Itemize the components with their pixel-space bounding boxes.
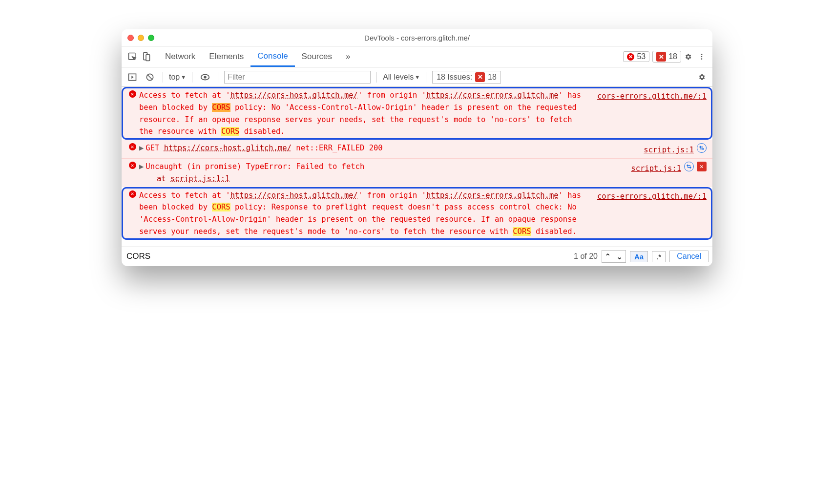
console-toolbar: top ▼ Filter All levels ▼ 18 Issues: ✕ 1… xyxy=(122,67,712,87)
sidebar-toggle-icon[interactable] xyxy=(125,70,139,84)
source-link[interactable]: cors-errors.glitch.me/:1 xyxy=(593,89,707,138)
url-link[interactable]: https://cors-host.glitch.me/ xyxy=(164,144,292,152)
expand-icon[interactable]: ▶ xyxy=(139,144,144,152)
url-link[interactable]: https://cors-errors.glitch.me xyxy=(426,191,559,200)
levels-selector[interactable]: All levels ▼ xyxy=(383,73,420,82)
clear-console-icon[interactable] xyxy=(143,70,157,84)
console-error[interactable]: ✕ Access to fetch at 'https://cors-host.… xyxy=(122,187,712,240)
console-error[interactable]: ✕ ▶GET https://cors-host.glitch.me/ net:… xyxy=(122,140,712,158)
error-icon: ✕ xyxy=(129,162,136,169)
console-error[interactable]: ✕ Access to fetch at 'https://cors-host.… xyxy=(122,87,712,140)
search-prev[interactable]: ⌃ xyxy=(602,251,614,262)
replay-icon[interactable] xyxy=(684,162,694,171)
svg-rect-2 xyxy=(146,55,150,61)
tab-network[interactable]: Network xyxy=(158,46,202,67)
cancel-button[interactable]: Cancel xyxy=(669,251,709,262)
issue-count-badge[interactable]: ✕ 18 xyxy=(652,51,681,63)
source-link[interactable]: cors-errors.glitch.me/:1 xyxy=(593,189,707,238)
search-input[interactable] xyxy=(125,250,570,263)
search-nav: ⌃ ⌄ xyxy=(602,250,626,263)
replay-icon[interactable] xyxy=(697,143,707,153)
tab-console[interactable]: Console xyxy=(250,46,294,67)
source-link[interactable]: script.js:1 xyxy=(627,162,681,175)
error-icon: ✕ xyxy=(129,143,136,150)
search-match: CORS xyxy=(212,203,230,211)
search-count: 1 of 20 xyxy=(574,252,598,261)
source-link[interactable]: script.js:1 xyxy=(640,143,694,156)
expand-icon[interactable]: ▶ xyxy=(139,162,144,171)
titlebar: DevTools - cors-errors.glitch.me/ xyxy=(122,29,712,46)
error-count: 53 xyxy=(637,52,646,61)
main-tabs: Network Elements Console Sources » ✕ 53 … xyxy=(122,46,712,67)
search-match: CORS xyxy=(513,227,531,236)
search-match: CORS xyxy=(221,127,239,136)
error-count-badge[interactable]: ✕ 53 xyxy=(623,51,649,62)
tab-elements[interactable]: Elements xyxy=(202,46,250,67)
error-icon: ✕ xyxy=(129,90,136,98)
svg-point-3 xyxy=(701,54,703,55)
issue-icon[interactable]: ✕ xyxy=(697,162,707,171)
svg-point-4 xyxy=(701,56,703,58)
issue-count: 18 xyxy=(668,52,677,61)
live-expression-icon[interactable] xyxy=(198,70,212,84)
error-icon: ✕ xyxy=(627,53,634,61)
context-selector[interactable]: top ▼ xyxy=(169,73,186,82)
kebab-icon[interactable] xyxy=(695,50,709,63)
source-link[interactable]: script.js:1:1 xyxy=(170,174,229,183)
issues-summary[interactable]: 18 Issues: ✕ 18 xyxy=(432,71,501,84)
error-icon: ✕ xyxy=(129,190,136,198)
url-link[interactable]: https://cors-errors.glitch.me xyxy=(426,91,559,100)
search-match-current: CORS xyxy=(212,103,230,112)
issue-icon: ✕ xyxy=(475,72,485,82)
tab-sources[interactable]: Sources xyxy=(295,46,339,67)
console-messages: ✕ Access to fetch at 'https://cors-host.… xyxy=(122,87,712,247)
url-link[interactable]: https://cors-host.glitch.me/ xyxy=(230,191,358,200)
url-link[interactable]: https://cors-host.glitch.me/ xyxy=(230,91,358,100)
svg-point-5 xyxy=(701,58,703,60)
search-bar: 1 of 20 ⌃ ⌄ Aa .* Cancel xyxy=(122,247,712,266)
inspect-icon[interactable] xyxy=(125,50,139,63)
console-error[interactable]: ✕ ▶Uncaught (in promise) TypeError: Fail… xyxy=(122,158,712,187)
issue-icon: ✕ xyxy=(656,52,666,62)
match-case-button[interactable]: Aa xyxy=(630,251,648,262)
regex-button[interactable]: .* xyxy=(652,251,666,262)
device-icon[interactable] xyxy=(139,50,153,63)
filter-input[interactable]: Filter xyxy=(224,71,371,84)
search-next[interactable]: ⌄ xyxy=(614,251,626,262)
settings-icon[interactable] xyxy=(681,50,695,63)
window-title: DevTools - cors-errors.glitch.me/ xyxy=(122,34,712,42)
svg-point-9 xyxy=(204,76,207,79)
devtools-window: DevTools - cors-errors.glitch.me/ Networ… xyxy=(122,29,712,266)
tabs-overflow[interactable]: » xyxy=(339,46,357,67)
console-settings-icon[interactable] xyxy=(695,70,709,84)
